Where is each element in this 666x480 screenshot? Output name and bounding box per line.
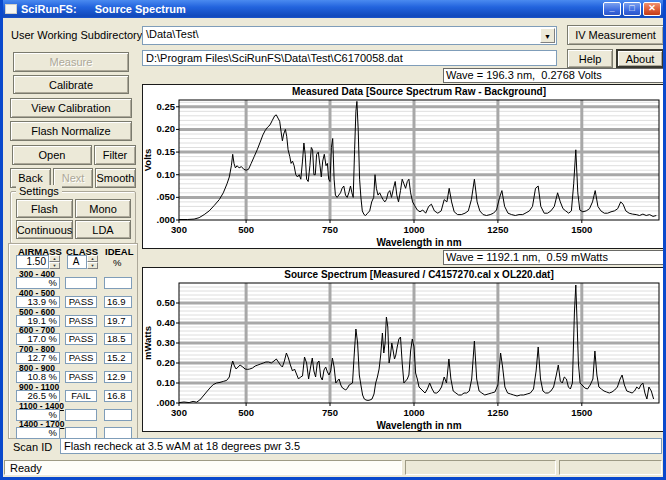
svg-text:Source Spectrum [Measured / C4: Source Spectrum [Measured / C4157270.cal… [284,269,554,280]
about-button[interactable]: About [616,49,664,68]
app-window: SciRunFS: Source Spectrum _ □ ✕ User Wor… [0,0,666,480]
maximize-button[interactable]: □ [623,2,641,16]
svg-text:1000: 1000 [403,224,424,235]
measure-button[interactable]: Measure [13,52,129,72]
svg-text:Wavelength in nm: Wavelength in nm [376,420,461,431]
svg-text:750: 750 [322,407,338,418]
close-button[interactable]: ✕ [643,2,661,16]
svg-text:0.15: 0.15 [157,146,176,157]
minimize-button[interactable]: _ [603,2,621,16]
app-icon [5,4,17,14]
airmass-spin-value[interactable]: 1.50 [16,255,49,269]
status-message: Ready [4,460,402,475]
spin-down-icon[interactable]: ▼ [87,262,98,269]
svg-text:Wavelength in nm: Wavelength in nm [376,237,461,248]
status-bar: Ready [3,459,663,476]
airmass-row: 1400 - 1700% [3,419,138,438]
chevron-down-icon[interactable]: ▼ [540,28,555,43]
filter-button[interactable]: Filter [94,145,136,165]
mono-mode-button[interactable]: Mono [75,199,131,218]
spin-up-icon[interactable]: ▲ [49,255,60,262]
svg-text:mWatts: mWatts [143,326,153,360]
svg-text:1500: 1500 [571,407,592,418]
status-panel-3 [559,460,662,475]
svg-text:500: 500 [238,224,254,235]
app-title: SciRunFS: [21,3,77,15]
airmass-row: 400 - 50013.9 %PASS16.9 [3,288,138,307]
smooth-button[interactable]: Smooth [95,168,136,188]
scan-id-field[interactable]: Flash recheck at 3.5 wAM at 18 degrees p… [60,438,662,454]
svg-text:500: 500 [238,407,254,418]
svg-text:0.40: 0.40 [157,317,176,328]
svg-text:0.10: 0.10 [157,169,176,180]
continuous-mode-button[interactable]: Continuous [16,220,73,239]
wave-readout-mwatts: Wave = 1192.1 nm, 0.59 mWatts [443,250,665,265]
settings-group-label: Settings [16,185,62,197]
flash-mode-button[interactable]: Flash [16,199,73,218]
airmass-row: 300 - 400% [3,269,138,288]
scan-id-label: Scan ID [13,441,52,453]
svg-text:300: 300 [171,407,187,418]
svg-text:0.20: 0.20 [157,123,176,134]
ideal-column-header: IDEAL [105,246,134,257]
view-calibration-button[interactable]: View Calibration [10,98,132,118]
source-spectrum-plot: .0000.100.200.300.400.503005007501000125… [143,268,665,431]
airmass-row: 700 - 80012.7 %PASS15.2 [3,344,138,363]
help-button[interactable]: Help [567,49,613,68]
iv-measurement-button[interactable]: IV Measurement [567,25,664,45]
svg-text:Volts: Volts [143,149,153,172]
subdir-value: \Data\Test\ [146,28,199,40]
svg-text:1250: 1250 [487,407,508,418]
open-button[interactable]: Open [12,145,92,165]
class-spin-value[interactable]: A [67,255,87,269]
subdir-combobox[interactable]: \Data\Test\ ▼ [142,26,557,45]
svg-text:750: 750 [322,224,338,235]
airmass-row: 900 - 110026.5 %FAIL16.8 [3,382,138,401]
spin-up-icon[interactable]: ▲ [87,255,98,262]
calibrate-button[interactable]: Calibrate [13,75,129,94]
svg-text:0.50: 0.50 [157,297,176,308]
svg-text:1500: 1500 [571,224,592,235]
airmass-row: 600 - 70017.0 %PASS18.5 [3,325,138,344]
flash-normalize-button[interactable]: Flash Normalize [10,121,132,141]
airmass-row: 1100 - 1400% [3,401,138,420]
lda-mode-button[interactable]: LDA [75,220,131,239]
svg-text:0.20: 0.20 [157,357,176,368]
airmass-spinner[interactable]: ▲▼ [49,255,60,269]
source-spectrum-chart: .0000.100.200.300.400.503005007501000125… [142,267,666,432]
measured-data-plot: .000.0500.100.150.200.253005007501000125… [143,85,665,248]
svg-text:1250: 1250 [487,224,508,235]
subdir-label: User Working Subdirectory : [11,29,148,41]
svg-text:0.10: 0.10 [157,377,176,388]
document-title: Source Spectrum [95,3,186,15]
airmass-row: 800 - 90010.8 %PASS12.9 [3,363,138,382]
spin-down-icon[interactable]: ▼ [49,262,60,269]
airmass-percent-field[interactable]: % [16,427,60,439]
airmass-row: 500 - 60019.1 %PASS19.7 [3,307,138,326]
svg-text:Measured Data [Source Spectru: Measured Data [Source Spectrum Raw - Bac… [292,86,546,97]
measured-data-chart: .000.0500.100.150.200.253005007501000125… [142,84,666,249]
status-panel-2 [405,460,556,475]
svg-text:0.25: 0.25 [157,101,176,112]
svg-text:0.30: 0.30 [157,337,176,348]
current-file-path[interactable]: D:\Program Files\SciRunFS\Data\Test\C617… [142,50,557,66]
title-bar[interactable]: SciRunFS: Source Spectrum [0,0,666,18]
svg-text:300: 300 [171,224,187,235]
ideal-unit-label: % [113,257,121,268]
class-spinner[interactable]: ▲▼ [87,255,98,269]
wave-readout-volts: Wave = 196.3 nm, 0.2768 Volts [443,68,665,83]
svg-text:1000: 1000 [403,407,424,418]
svg-text:.050: .050 [157,191,176,202]
